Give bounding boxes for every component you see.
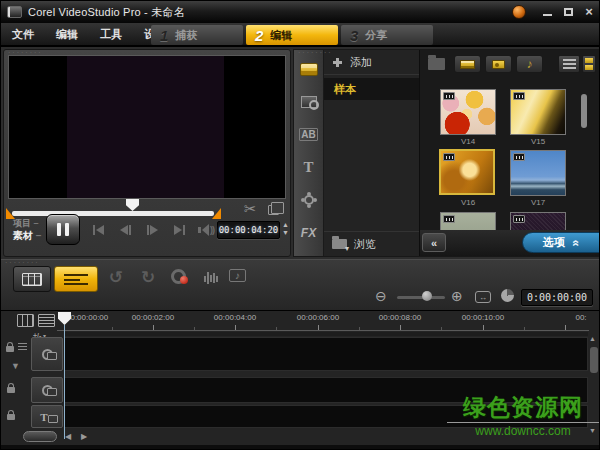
- nav-graphic-button[interactable]: [294, 189, 324, 211]
- playhead-marker[interactable]: [126, 199, 139, 211]
- options-label: 选项: [543, 235, 565, 250]
- chevron-down-icon[interactable]: [11, 361, 20, 371]
- thumbnail-v16-selected[interactable]: [439, 149, 495, 195]
- video-preview[interactable]: [8, 55, 286, 199]
- video-track-header[interactable]: [31, 337, 63, 371]
- fit-project-icon[interactable]: [475, 291, 491, 303]
- menu-tools[interactable]: 工具: [89, 23, 133, 45]
- library-panel: AB T FX 添加 样本 浏览: [293, 49, 599, 257]
- close-button[interactable]: [583, 6, 595, 18]
- collapse-library-button[interactable]: [422, 233, 446, 252]
- prev-frame-button[interactable]: [115, 222, 135, 238]
- play-pause-button[interactable]: [46, 214, 80, 245]
- maximize-button[interactable]: [562, 6, 574, 18]
- scroll-up-button[interactable]: [589, 335, 596, 342]
- thumbnail-label: V14: [439, 137, 497, 146]
- nav-filter-button[interactable]: FX: [294, 222, 324, 244]
- go-end-button[interactable]: [169, 222, 189, 238]
- gallery-scrollbar[interactable]: [581, 94, 587, 128]
- panel-grip: [5, 261, 40, 265]
- nav-transition-button[interactable]: AB: [294, 124, 324, 146]
- timeline-zoom-slider[interactable]: [397, 296, 445, 299]
- lock-icon[interactable]: [7, 414, 15, 420]
- watermark-url: www.downcc.com: [447, 422, 599, 438]
- track-manager-icon[interactable]: [17, 314, 34, 327]
- timeline-time-field[interactable]: 0:00:00:00: [521, 289, 593, 306]
- title-track-header[interactable]: T: [31, 405, 63, 428]
- app-window: Corel VideoStudio Pro - 未命名 文件 编辑 工具 设置 …: [0, 0, 600, 450]
- tab-edit[interactable]: 2 编辑: [246, 25, 338, 45]
- zoom-slider-thumb[interactable]: [422, 291, 432, 301]
- filter-fx-icon: FX: [301, 226, 316, 240]
- nav-title-button[interactable]: T: [294, 156, 324, 178]
- timeline-ruler[interactable]: 00:00:00:00 00:00:02:00 00:00:04:00 00:0…: [57, 311, 589, 331]
- panel-grip: [298, 51, 333, 55]
- scroll-left-button[interactable]: [65, 432, 71, 441]
- window-title: Corel VideoStudio Pro - 未命名: [28, 5, 185, 20]
- nav-instant-project-button[interactable]: [294, 91, 324, 113]
- tab-capture[interactable]: 1 捕获: [151, 25, 243, 45]
- mode-clip-label[interactable]: 素材: [13, 229, 41, 243]
- track-list-icon[interactable]: [38, 314, 55, 327]
- split-clip-icon[interactable]: [244, 200, 257, 218]
- thumbnail-v14[interactable]: [440, 89, 496, 135]
- thumbnail-v17[interactable]: [510, 150, 566, 196]
- scroll-right-button[interactable]: [81, 432, 87, 441]
- scrub-bar[interactable]: [12, 211, 214, 216]
- storyboard-view-button[interactable]: [13, 266, 51, 292]
- video-badge-icon: [513, 153, 525, 161]
- zoom-out-icon[interactable]: [375, 288, 387, 304]
- overlay-track-header[interactable]: [31, 377, 63, 403]
- redo-button[interactable]: [141, 267, 155, 288]
- menu-edit[interactable]: 编辑: [45, 23, 89, 45]
- folder-item-selected[interactable]: 样本: [324, 78, 419, 100]
- tab-share-number: 3: [341, 27, 365, 44]
- filter-audio-button[interactable]: [516, 55, 543, 73]
- thumbnail-label: V17: [509, 198, 567, 207]
- zoom-in-icon[interactable]: [451, 288, 463, 304]
- timeline-icon: [64, 273, 88, 286]
- ripple-edit-icon[interactable]: [18, 343, 27, 351]
- timeline-view-button[interactable]: [54, 266, 98, 292]
- media-icon: [300, 63, 318, 76]
- tab-share[interactable]: 3 分享: [341, 25, 433, 45]
- preview-timecode[interactable]: 00:00:04:20: [217, 221, 280, 239]
- volume-icon[interactable]: [196, 222, 216, 238]
- video-badge-icon: [443, 153, 455, 161]
- thumbnail-v15[interactable]: [510, 89, 566, 135]
- filter-photo-button[interactable]: [485, 55, 512, 73]
- gallery-folder-icon[interactable]: [428, 58, 445, 70]
- maximize-icon: [564, 8, 573, 16]
- thumb-view-button[interactable]: [582, 55, 596, 73]
- undo-button[interactable]: [109, 267, 123, 288]
- menu-file[interactable]: 文件: [1, 23, 45, 45]
- horizontal-scrollbar-thumb[interactable]: [23, 431, 57, 442]
- graphic-icon: [304, 195, 314, 205]
- go-start-button[interactable]: [88, 222, 108, 238]
- enlarge-preview-icon[interactable]: [268, 205, 279, 215]
- duration-clock-icon[interactable]: [501, 289, 514, 302]
- options-button[interactable]: 选项: [522, 232, 600, 253]
- timecode-spinner[interactable]: [282, 221, 289, 237]
- audio-filter-icon: [527, 57, 533, 71]
- timeline-playhead-line: [64, 325, 65, 439]
- next-frame-button[interactable]: [142, 222, 162, 238]
- record-capture-icon[interactable]: [171, 269, 186, 284]
- spinner-up-icon[interactable]: [282, 221, 289, 229]
- video-track-lane[interactable]: [64, 337, 588, 371]
- add-folder-button[interactable]: 添加: [324, 50, 419, 75]
- corel-guide-icon[interactable]: [512, 5, 526, 19]
- auto-music-icon[interactable]: [229, 269, 246, 282]
- gallery-bottom-bar: 选项: [420, 230, 600, 256]
- filter-video-button[interactable]: [454, 55, 481, 73]
- sound-mixer-icon[interactable]: [204, 272, 220, 284]
- list-view-button[interactable]: [558, 55, 580, 73]
- lock-icon[interactable]: [7, 387, 15, 393]
- spinner-down-icon[interactable]: [282, 229, 289, 237]
- lock-icon[interactable]: [6, 346, 14, 352]
- vertical-scrollbar-thumb[interactable]: [590, 347, 598, 373]
- nav-media-button[interactable]: [294, 58, 324, 80]
- minimize-button[interactable]: [541, 6, 553, 18]
- video-badge-icon: [513, 92, 525, 100]
- browse-button[interactable]: 浏览: [324, 231, 419, 256]
